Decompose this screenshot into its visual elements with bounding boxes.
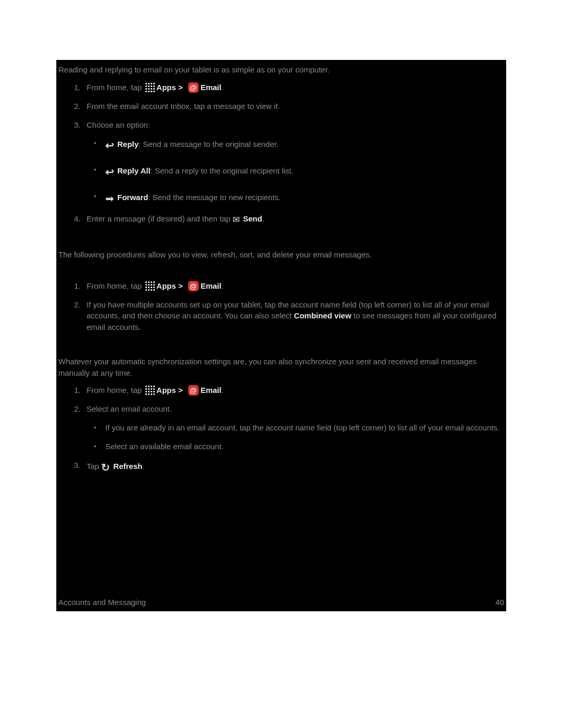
section-spacer <box>58 267 504 280</box>
svg-rect-14 <box>151 91 152 92</box>
page-number: 40 <box>495 597 504 608</box>
apps-icon <box>145 386 155 395</box>
text: . <box>222 83 224 92</box>
ordered-list-2: From home, tap Apps > Email. If you have… <box>58 280 504 333</box>
apps-icon <box>145 83 155 92</box>
svg-rect-43 <box>153 391 155 392</box>
svg-rect-7 <box>153 85 155 87</box>
svg-rect-32 <box>145 386 147 387</box>
text: Choose an option: <box>87 120 150 129</box>
svg-rect-18 <box>151 281 152 283</box>
svg-rect-29 <box>148 289 150 291</box>
svg-rect-26 <box>151 287 152 288</box>
list-item: Select an available email account. <box>87 441 504 452</box>
text: . <box>222 281 224 290</box>
svg-rect-33 <box>148 386 150 387</box>
reply-icon <box>105 138 114 153</box>
text: : Send a reply to the original recipient… <box>151 167 293 176</box>
text: Enter a message (if desired) and then ta… <box>87 215 232 224</box>
apps-label: Apps <box>156 281 176 290</box>
list-item: From the email account Inbox, tap a mess… <box>58 101 504 112</box>
intro-paragraph-3: Whatever your automatic synchronization … <box>58 356 504 379</box>
list-item: Tap Refresh. <box>58 460 504 475</box>
svg-rect-16 <box>145 281 147 283</box>
svg-rect-23 <box>153 284 155 286</box>
svg-rect-20 <box>145 284 147 286</box>
svg-rect-10 <box>151 88 152 90</box>
svg-rect-13 <box>148 91 150 92</box>
email-icon <box>188 385 199 396</box>
apps-label: Apps <box>156 83 176 92</box>
email-label: Email <box>201 281 222 290</box>
svg-rect-0 <box>145 83 147 84</box>
send-label: Send <box>243 215 262 224</box>
svg-rect-11 <box>153 88 155 90</box>
svg-rect-15 <box>153 91 155 92</box>
svg-rect-34 <box>151 386 152 387</box>
svg-rect-27 <box>153 287 155 288</box>
list-item: Forward: Send the message to new recipie… <box>87 191 504 206</box>
text: Tap <box>87 462 101 471</box>
footer-section-title: Accounts and Messaging <box>58 597 146 608</box>
svg-rect-30 <box>151 289 152 291</box>
svg-rect-5 <box>148 85 150 87</box>
section-spacer <box>58 340 504 354</box>
list-item: Choose an option: Reply: Send a message … <box>58 119 504 206</box>
svg-rect-36 <box>145 388 147 390</box>
svg-rect-47 <box>153 393 155 395</box>
svg-rect-42 <box>151 391 152 392</box>
section-spacer <box>58 233 504 247</box>
text: > <box>176 386 185 394</box>
text: Select an email account. <box>87 404 172 413</box>
svg-rect-6 <box>151 85 152 87</box>
text: : Send a message to the original sender. <box>139 140 279 149</box>
list-item: If you have multiple accounts set up on … <box>58 299 504 333</box>
document-page: Reading and replying to email on your ta… <box>56 60 506 611</box>
list-item: Enter a message (if desired) and then ta… <box>58 213 504 226</box>
email-label: Email <box>201 83 222 92</box>
email-icon <box>188 281 199 291</box>
reply-all-icon <box>105 165 114 180</box>
text: From home, tap <box>87 281 144 290</box>
list-item: Reply: Send a message to the original se… <box>87 138 504 153</box>
list-item: From home, tap Apps > Email. <box>58 385 504 396</box>
svg-rect-39 <box>153 388 155 390</box>
svg-rect-28 <box>145 289 147 291</box>
page-footer: Accounts and Messaging 40 <box>58 597 504 608</box>
bullet-list: Reply: Send a message to the original se… <box>87 138 504 206</box>
email-label: Email <box>201 386 222 394</box>
svg-rect-46 <box>151 393 152 395</box>
svg-rect-1 <box>148 83 150 84</box>
text: From home, tap <box>87 83 144 92</box>
forward-icon <box>105 191 114 206</box>
svg-rect-12 <box>145 91 147 92</box>
list-item: Select an email account. If you are alre… <box>58 403 504 452</box>
page-content: Reading and replying to email on your ta… <box>56 60 506 475</box>
text: > <box>176 281 185 290</box>
svg-rect-9 <box>148 88 150 90</box>
svg-rect-41 <box>148 391 150 392</box>
text: : Send the message to new recipients. <box>148 193 280 202</box>
svg-rect-22 <box>151 284 152 286</box>
svg-rect-17 <box>148 281 150 283</box>
reply-all-label: Reply All <box>117 167 151 176</box>
svg-rect-40 <box>145 391 147 392</box>
send-icon <box>232 214 240 227</box>
refresh-icon <box>101 460 110 475</box>
list-item: If you are already in an email account, … <box>87 422 504 434</box>
svg-rect-38 <box>151 388 152 390</box>
list-item: From home, tap Apps > Email. <box>58 280 504 292</box>
svg-rect-45 <box>148 393 150 395</box>
list-item: From home, tap Apps > Email. <box>58 82 504 93</box>
svg-rect-3 <box>153 83 155 84</box>
svg-rect-44 <box>145 393 147 395</box>
svg-rect-21 <box>148 284 150 286</box>
list-item: Reply All: Send a reply to the original … <box>87 164 504 179</box>
text: . <box>222 386 224 394</box>
text: From home, tap <box>87 386 144 394</box>
svg-rect-24 <box>145 287 147 288</box>
reply-label: Reply <box>117 140 139 149</box>
svg-rect-31 <box>153 289 155 291</box>
svg-rect-25 <box>148 287 150 288</box>
intro-paragraph-1: Reading and replying to email on your ta… <box>58 64 504 76</box>
